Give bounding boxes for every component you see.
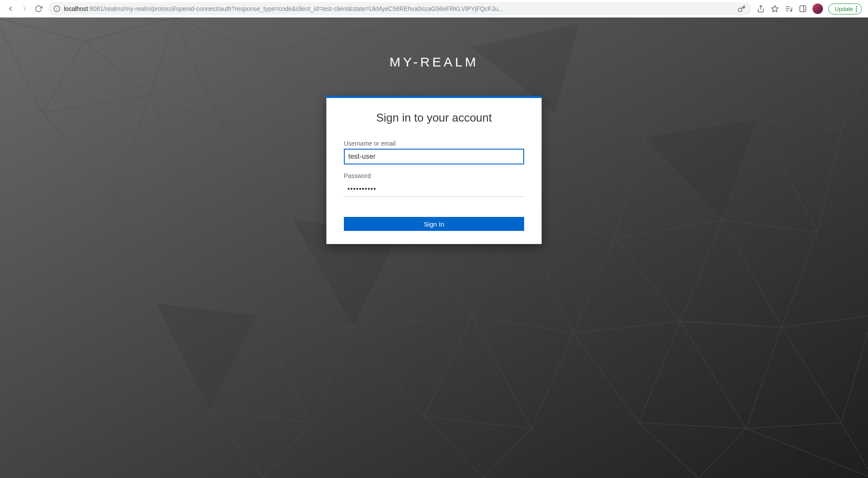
card-title: Sign in to your account — [344, 111, 524, 125]
realm-title: MY-REALM — [389, 55, 479, 70]
update-button[interactable]: Update — [828, 3, 862, 14]
page-body: MY-REALM Sign in to your account Usernam… — [0, 17, 868, 478]
reload-button[interactable] — [33, 3, 44, 14]
url-rest: :8081/realms/my-realm/protocol/openid-co… — [88, 5, 503, 12]
forward-button[interactable] — [19, 3, 30, 14]
info-icon[interactable] — [53, 5, 60, 12]
login-content: MY-REALM Sign in to your account Usernam… — [0, 17, 868, 244]
nav-buttons — [4, 3, 46, 14]
password-group: Password — [344, 172, 524, 197]
address-bar[interactable]: localhost:8081/realms/my-realm/protocol/… — [48, 2, 751, 15]
bookmark-icon[interactable] — [770, 4, 779, 13]
browser-toolbar: localhost:8081/realms/my-realm/protocol/… — [0, 0, 868, 17]
toolbar-icons: Update — [754, 3, 864, 14]
username-group: Username or email — [344, 140, 524, 164]
playlist-icon[interactable] — [784, 4, 793, 13]
username-input[interactable] — [344, 149, 524, 164]
password-input[interactable] — [344, 181, 524, 197]
url-host: localhost — [64, 5, 88, 12]
username-label: Username or email — [344, 140, 524, 147]
update-label: Update — [835, 6, 853, 12]
password-label: Password — [344, 172, 524, 179]
avatar[interactable] — [812, 3, 823, 14]
back-button[interactable] — [5, 3, 16, 14]
svg-marker-4 — [772, 6, 778, 12]
panel-icon[interactable] — [798, 4, 807, 13]
login-card: Sign in to your account Username or emai… — [326, 96, 542, 244]
key-icon[interactable] — [737, 4, 746, 13]
share-icon[interactable] — [756, 4, 765, 13]
menu-dots-icon — [856, 6, 857, 12]
url-text: localhost:8081/realms/my-realm/protocol/… — [64, 5, 734, 12]
signin-button[interactable]: Sign In — [344, 217, 524, 231]
svg-rect-8 — [800, 6, 806, 12]
